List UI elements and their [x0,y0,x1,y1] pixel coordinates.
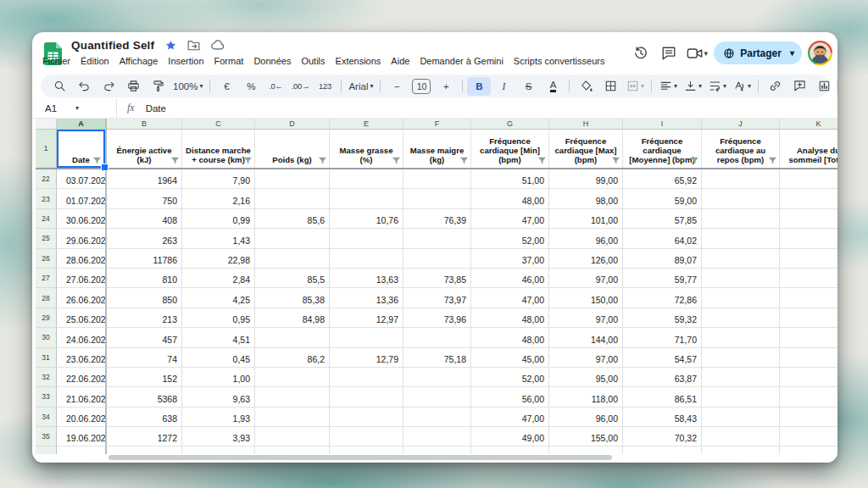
cell-I34[interactable]: 58,43 [623,408,702,427]
cell-K29[interactable] [780,308,837,328]
share-button[interactable]: Partager ▾ [714,42,802,64]
bold-button[interactable]: B [467,77,491,96]
cell-J28[interactable] [702,288,780,308]
cell-F31[interactable]: 75,18 [403,348,471,368]
column-filter-icon[interactable] [768,157,777,164]
cell-C24[interactable]: 0,99 [182,209,255,229]
italic-button[interactable]: I [492,77,515,96]
cell-E30[interactable] [330,328,403,347]
header-cell-K1[interactable]: Analyse du sommeil [Total] [780,130,837,168]
cell-D32[interactable] [255,368,330,387]
cell-D24[interactable]: 85,6 [255,209,330,229]
cell-F28[interactable]: 73,97 [403,288,471,308]
cell-H34[interactable]: 96,00 [549,408,623,427]
cell-D25[interactable] [255,229,330,248]
cell-H35[interactable]: 155,00 [549,427,623,446]
cell-I29[interactable]: 59,32 [623,308,702,328]
column-header-J[interactable]: J [702,119,780,130]
select-all-corner[interactable] [36,119,57,130]
column-header-B[interactable]: B [107,119,182,130]
menu-aide[interactable]: Aide [386,53,415,69]
header-cell-E1[interactable]: Masse grasse (%) [330,130,403,168]
cell-H23[interactable]: 98,00 [549,189,623,208]
cell-J22[interactable] [702,169,780,189]
paint-format-button[interactable] [146,77,170,96]
cell-C35[interactable]: 3,93 [182,427,255,446]
cell-H26[interactable]: 126,00 [549,249,623,269]
cell-J24[interactable] [702,209,780,229]
star-icon[interactable] [165,40,176,51]
cell-F30[interactable] [403,328,471,347]
header-cell-A1[interactable]: Date [57,130,107,168]
cell-F29[interactable]: 73,96 [403,308,471,328]
cell-D27[interactable]: 85,5 [255,269,330,288]
cell-H22[interactable]: 99,00 [549,169,623,189]
cell-C31[interactable]: 0,45 [182,348,255,368]
horizontal-scrollbar[interactable] [108,455,612,460]
header-cell-D1[interactable]: Poids (kg) [255,130,330,168]
cell-B26[interactable]: 11786 [107,249,182,269]
cell-I22[interactable]: 65,92 [623,169,702,189]
meet-caret-icon[interactable]: ▾ [704,49,709,58]
cell-A34[interactable]: 20.06.2025 [57,408,107,427]
cell-D23[interactable] [255,189,330,208]
menu-donn-es[interactable]: Données [248,53,296,69]
cell-K23[interactable] [780,189,837,208]
cell-E33[interactable] [330,387,403,407]
cell-A25[interactable]: 29.06.2025 [57,229,107,248]
cell-H30[interactable]: 144,00 [549,328,623,347]
row-number-33[interactable]: 33 [36,387,57,407]
column-filter-icon[interactable] [459,157,469,164]
cell-I24[interactable]: 57,85 [623,209,702,229]
cell-I32[interactable]: 63,87 [623,368,702,387]
cell-C26[interactable]: 22,98 [182,249,255,269]
cell-E35[interactable] [330,427,403,446]
redo-button[interactable] [97,77,120,96]
cell-B30[interactable]: 457 [107,328,182,347]
cell-G30[interactable]: 48,00 [471,328,549,347]
cell-K31[interactable] [780,348,837,368]
cell-C30[interactable]: 4,51 [182,328,255,347]
cell-F34[interactable] [403,408,471,427]
font-family-select-button[interactable]: Arial▾ [346,77,376,96]
cell-C29[interactable]: 0,95 [182,308,255,328]
insert-link-button[interactable] [763,77,787,96]
cell-J33[interactable] [702,387,780,407]
text-wrap-button[interactable]: ▾ [705,77,729,96]
cell-C28[interactable]: 4,25 [182,288,255,308]
cell-F32[interactable] [403,368,471,387]
column-filter-icon[interactable] [537,157,547,164]
cell-B27[interactable]: 810 [107,269,182,288]
cell-G24[interactable]: 47,00 [471,209,549,229]
cell-G34[interactable]: 47,00 [471,408,549,427]
column-filter-icon[interactable] [611,157,620,164]
menu--dition[interactable]: Édition [75,53,114,69]
cell-E32[interactable] [330,368,403,387]
cell-I35[interactable]: 70,32 [623,427,702,446]
row-number-29[interactable]: 29 [36,308,57,328]
cell-A27[interactable]: 27.06.2025 [57,269,107,288]
share-caret-icon[interactable]: ▾ [790,48,794,58]
cell-K24[interactable] [780,209,837,229]
more-formats-button[interactable]: 123 [313,77,337,96]
cell-K25[interactable] [780,229,837,248]
fill-handle[interactable] [101,164,108,171]
cell-B35[interactable]: 1272 [107,427,182,446]
cell-B24[interactable]: 408 [107,209,182,229]
cell-E28[interactable]: 13,36 [330,288,403,308]
format-currency-button[interactable]: € [214,77,238,96]
column-filter-icon[interactable] [690,157,699,164]
fill-color-button[interactable] [574,77,598,96]
cell-F26[interactable] [403,249,471,269]
cell-H27[interactable]: 97,00 [549,269,623,288]
row-number-23[interactable]: 23 [36,189,57,208]
column-filter-icon[interactable] [170,157,180,164]
cell-A28[interactable]: 26.06.2025 [57,288,107,308]
cell-J25[interactable] [702,229,780,248]
column-header-E[interactable]: E [330,119,403,130]
header-cell-I1[interactable]: Fréquence cardiaque [Moyenne] (bpm) [623,130,702,168]
cell-B23[interactable]: 750 [107,189,182,208]
row-number-32[interactable]: 32 [36,368,57,387]
cell-B25[interactable]: 263 [107,229,182,248]
cell-D31[interactable]: 86,2 [255,348,330,368]
